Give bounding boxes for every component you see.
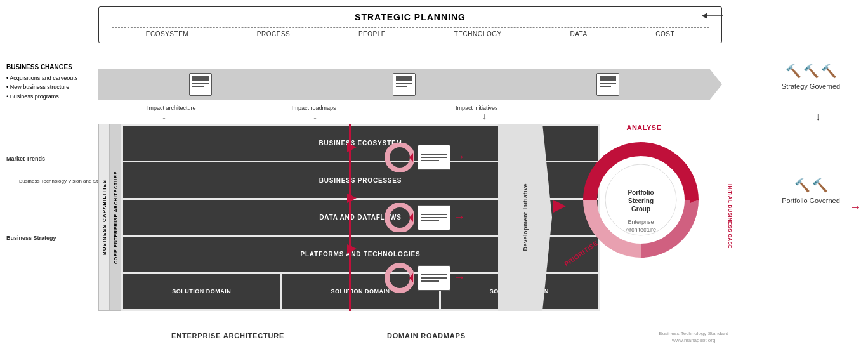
doc-line1: [192, 83, 209, 84]
gavel-icon-1: 🔨: [786, 63, 801, 79]
business-changes-list: Acquisitions and carveouts New business …: [6, 74, 89, 101]
bottom-dr-label: DOMAIN ROADMAPS: [387, 332, 466, 339]
impact-roadmaps-label: Impact roadmaps: [292, 105, 336, 111]
sp-data: DATA: [570, 30, 587, 37]
business-changes-title: BUSINESS CHANGES: [6, 63, 89, 70]
ea-to-dr-arrow-3: [347, 244, 357, 254]
rdoc-line-9: [421, 280, 439, 282]
impact-arch-group: [189, 73, 212, 96]
strategy-governed: 🔨 🔨 🔨 Strategy Governed: [773, 63, 849, 91]
roadmap-doc-1: [418, 145, 450, 170]
portfolio-circle-area: ANALYSE Portfolio Steering Group Enterpr…: [562, 121, 727, 279]
circle-label-analyse: ANALYSE: [626, 124, 661, 131]
strategy-down-arrow: ↓: [815, 111, 820, 122]
sp-process: PROCESS: [257, 30, 290, 37]
doc-line4: [396, 86, 407, 87]
dev-initiative-text: Development Initiative: [522, 183, 529, 251]
strategy-governed-label: Strategy Governed: [773, 82, 849, 91]
svg-marker-8: [347, 143, 357, 152]
doc-line2: [192, 86, 204, 87]
roadmap-item-3: →: [355, 263, 495, 293]
bc-item-1: Acquisitions and carveouts: [6, 74, 89, 82]
portfolio-governed: 🔨 🔨 Portfolio Governed: [773, 178, 849, 205]
doc-top-bar: [192, 76, 209, 81]
gavel-icons-portfolio: 🔨 🔨: [773, 178, 849, 193]
cycle-icon-3: [385, 263, 414, 293]
svg-point-2: [387, 145, 412, 170]
business-capabilities-label: BUSINESS CAPABILITIES: [98, 124, 110, 311]
sp-people: PEOPLE: [358, 30, 386, 37]
doc-top-bar-2: [396, 76, 412, 81]
doc-line3: [396, 83, 412, 84]
roadmap-arrow-3: →: [454, 271, 465, 284]
domain-roadmaps-area: → → →: [352, 124, 498, 311]
rdoc-line-5: [421, 217, 447, 218]
impact-roadmaps-group: [393, 73, 416, 96]
portfolio-governed-label: Portfolio Governed: [773, 196, 849, 205]
svg-text:Group: Group: [631, 206, 650, 213]
strategic-planning-title: STRATEGIC PLANNING: [112, 12, 709, 22]
rdoc-line-2: [421, 157, 447, 158]
dev-initiative: Development Initiative: [498, 124, 552, 311]
svg-text:Architecture: Architecture: [626, 227, 656, 233]
rdoc-line-7: [421, 274, 447, 275]
circle-label-ibc: INITIAL BUSINESS CASE: [727, 184, 733, 249]
svg-point-4: [387, 205, 412, 230]
down-arrow-1: ↓: [162, 111, 166, 121]
roadmap-item-1: →: [355, 143, 495, 172]
impact-arch-label: Impact architecture: [147, 105, 196, 111]
core-ea-label: CORE ENTERPRISE ARCHITECTURE: [110, 124, 121, 311]
sp-technology: TECHNOLOGY: [454, 30, 502, 37]
bc-item-2: New business structure: [6, 82, 89, 91]
rdoc-line-3: [421, 160, 439, 161]
svg-text:Steering: Steering: [628, 197, 654, 204]
ea-to-dr-arrow-1: [347, 143, 357, 152]
strategic-planning-box: STRATEGIC PLANNING ECOSYSTEM PROCESS PEO…: [98, 6, 722, 43]
rdoc-line-8: [421, 277, 447, 279]
doc-line6: [600, 86, 611, 87]
gavel-icon-4: 🔨: [794, 178, 810, 193]
long-arrow-right: →: [849, 200, 862, 214]
svg-marker-9: [347, 194, 357, 203]
watermark-line1: Business Technology Standard: [659, 330, 728, 337]
down-arrow-2: ↓: [313, 111, 317, 121]
strategic-arrow: [701, 10, 723, 22]
rdoc-line-1: [421, 154, 447, 155]
watermark-line2: www.managebt.org: [659, 337, 728, 344]
svg-marker-10: [347, 244, 357, 254]
gavel-icon-2: 🔨: [803, 63, 819, 79]
bottom-ea-label: ENTERPRISE ARCHITECTURE: [171, 332, 284, 339]
solution-domain-1: SOLUTION DOMAIN: [123, 274, 280, 309]
watermark: Business Technology Standard www.manageb…: [659, 330, 728, 344]
gavel-icon-3: 🔨: [821, 63, 837, 79]
doc-line5: [600, 83, 616, 84]
doc-top-bar-3: [600, 76, 616, 81]
rdoc-line-6: [421, 220, 439, 221]
gray-flow-arrow: [98, 69, 722, 100]
ea-to-dr-arrow-2: [347, 194, 357, 203]
impact-initiatives-group: [596, 73, 619, 96]
cycle-icon-2: [385, 203, 414, 232]
doc-icon-1: [189, 73, 212, 96]
svg-point-6: [387, 265, 412, 291]
svg-text:Enterprise: Enterprise: [628, 219, 654, 225]
gavel-icons: 🔨 🔨 🔨: [773, 63, 849, 79]
market-trends-label: Market Trends: [6, 155, 45, 162]
business-changes: BUSINESS CHANGES Acquisitions and carveo…: [6, 63, 89, 101]
doc-icon-2: [393, 73, 416, 96]
sp-cost: COST: [655, 30, 674, 37]
strategic-planning-items: ECOSYSTEM PROCESS PEOPLE TECHNOLOGY DATA…: [112, 30, 709, 37]
roadmap-doc-2: [418, 205, 450, 230]
impact-initiatives-label: Impact initiatives: [456, 105, 498, 111]
roadmap-doc-3: [418, 265, 450, 291]
down-arrow-3: ↓: [482, 111, 487, 121]
svg-text:Portfolio: Portfolio: [628, 189, 654, 196]
roadmap-arrow-2: →: [454, 211, 465, 224]
sp-ecosystem: ECOSYSTEM: [146, 30, 188, 37]
biz-strategy-label: Business Strategy: [6, 235, 56, 241]
roadmap-arrow-1: →: [454, 150, 465, 164]
doc-icon-3: [596, 73, 619, 96]
cycle-icon-1: [385, 143, 414, 172]
rdoc-line-4: [421, 214, 447, 215]
gavel-icon-5: 🔨: [812, 178, 828, 193]
